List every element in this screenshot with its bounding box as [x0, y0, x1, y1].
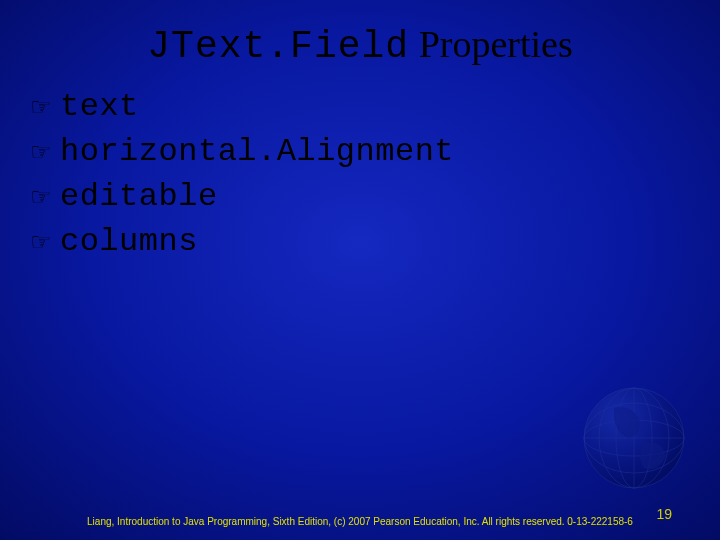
page-number: 19: [656, 506, 672, 522]
list-item: ☞ editable: [30, 178, 720, 215]
bullet-label: horizontal.Alignment: [60, 133, 454, 170]
globe-icon: [574, 378, 694, 498]
hand-pointer-icon: ☞: [30, 140, 52, 164]
hand-pointer-icon: ☞: [30, 230, 52, 254]
bullet-label: text: [60, 88, 139, 125]
hand-pointer-icon: ☞: [30, 95, 52, 119]
bullet-label: columns: [60, 223, 198, 260]
hand-pointer-icon: ☞: [30, 185, 52, 209]
bullet-label: editable: [60, 178, 218, 215]
title-code: JText.Field: [147, 25, 409, 68]
slide-title: JText.Field Properties: [0, 0, 720, 68]
list-item: ☞ horizontal.Alignment: [30, 133, 720, 170]
list-item: ☞ columns: [30, 223, 720, 260]
title-rest: Properties: [409, 23, 573, 65]
footer-text: Liang, Introduction to Java Programming,…: [0, 516, 720, 529]
list-item: ☞ text: [30, 88, 720, 125]
bullet-list: ☞ text ☞ horizontal.Alignment ☞ editable…: [0, 88, 720, 260]
